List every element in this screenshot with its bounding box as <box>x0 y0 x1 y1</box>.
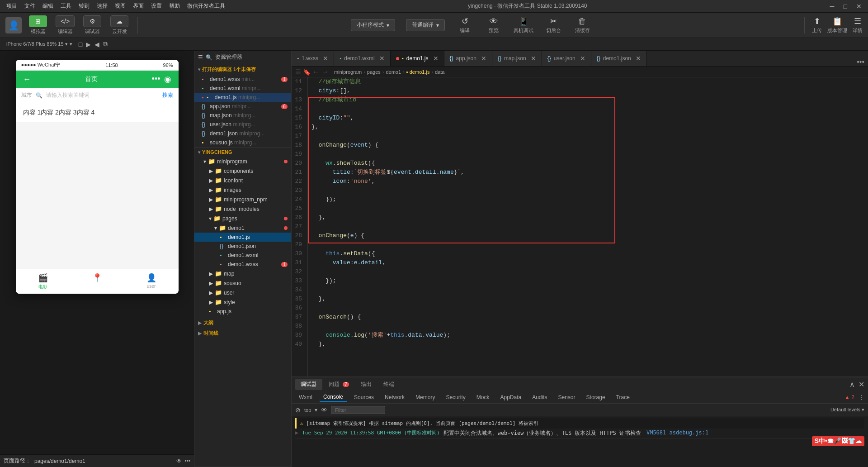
open-file-js[interactable]: ● ▪ demo1.js miniprg... <box>194 93 291 102</box>
sub-tab-sensor[interactable]: Sensor <box>555 393 579 401</box>
open-file-demo1json[interactable]: {} demo1.json miniprog... <box>194 129 291 138</box>
file-demo1js[interactable]: ▪ demo1.js <box>194 233 291 242</box>
bottom-nav-user[interactable]: 👤 user <box>124 269 179 294</box>
breadcrumb-menu-icon[interactable]: ☰ <box>295 68 301 76</box>
folder-components[interactable]: ▶ 📁 components <box>194 166 291 176</box>
tabs-more-button[interactable]: ••• <box>853 58 868 66</box>
file-demo1wxss[interactable]: ▪ demo1.wxss 1 <box>194 260 291 269</box>
editor-button[interactable]: </> 编辑器 <box>54 15 76 35</box>
code-content[interactable]: //保存城市信息 citys:[], //保存城市id cityID:"", }… <box>308 77 868 376</box>
tab-appjson[interactable]: {} app.json ✕ <box>444 51 492 66</box>
debug-link[interactable]: VM5681 asdebug.js:1 <box>646 429 708 436</box>
open-editors-header[interactable]: ▾ 打开的编辑器 1个未保存 <box>194 64 291 75</box>
menu-item-file[interactable]: 文件 <box>22 1 38 11</box>
devtools-collapse-icon[interactable]: ∧ <box>849 380 855 389</box>
minimize-button[interactable]: ─ <box>827 2 837 11</box>
breadcrumb-demo1[interactable]: demo1 <box>386 69 401 75</box>
rotate-icon[interactable]: □ <box>79 41 82 48</box>
sim-eye-icon[interactable]: 👁 <box>176 458 182 464</box>
tab-demo1js[interactable]: ▪ demo1.js ✕ <box>391 51 444 66</box>
preview-action[interactable]: 👁 预览 <box>485 17 503 34</box>
sub-tab-security[interactable]: Security <box>442 393 469 401</box>
tab-userjson[interactable]: {} user.json ✕ <box>542 51 591 66</box>
folder-map[interactable]: ▶ 📁 map <box>194 269 291 278</box>
tab-debugger[interactable]: 调试器 <box>295 379 322 390</box>
cut-background-action[interactable]: ✂ 切后台 <box>544 16 562 34</box>
folder-user[interactable]: ▶ 📁 user <box>194 288 291 297</box>
tab-mapjson[interactable]: {} map.json ✕ <box>492 51 542 66</box>
menu-item-project[interactable]: 项目 <box>4 1 20 11</box>
open-file-wxss[interactable]: ▪ demo1.wxss min... 1 <box>194 75 291 84</box>
level-select[interactable]: Default levels ▾ <box>830 407 864 413</box>
breadcrumb-forward-icon[interactable]: → <box>321 68 329 76</box>
file-appjs[interactable]: ▪ app.js <box>194 307 291 316</box>
menu-item-interface[interactable]: 界面 <box>130 1 146 11</box>
version-manage-button[interactable]: 📋 版本管理 <box>827 16 847 34</box>
breadcrumb-data[interactable]: data <box>435 69 444 75</box>
back-icon[interactable]: ◀ <box>94 41 99 48</box>
sim-more-icon[interactable]: ••• <box>184 458 190 464</box>
menu-item-tools[interactable]: 工具 <box>58 1 74 11</box>
tab-wxml[interactable]: ▪ demo1.wxml ✕ <box>334 51 391 66</box>
file-demo1wxml[interactable]: ▪ demo1.wxml <box>194 251 291 260</box>
filter-input[interactable] <box>331 406 385 414</box>
timeline-header[interactable]: ▶ 时间线 <box>194 328 291 338</box>
tab-terminal[interactable]: 终端 <box>378 379 400 390</box>
sub-tab-mock[interactable]: Mock <box>473 393 493 401</box>
project-header[interactable]: ▾ YINGCHENG <box>194 148 291 157</box>
menu-item-goto[interactable]: 转到 <box>76 1 92 11</box>
folder-miniprogram[interactable]: ▾ 📁 miniprogram <box>194 157 291 166</box>
play-icon[interactable]: ▶ <box>86 41 91 48</box>
tab-wxss[interactable]: ▪ 1.wxss ✕ <box>292 51 334 66</box>
clear-cache-action[interactable]: 🗑 清缓存 <box>573 17 591 34</box>
sub-tab-appdata[interactable]: AppData <box>496 393 525 401</box>
open-file-wxml[interactable]: ▪ demo1.wxml minipr... <box>194 84 291 93</box>
device-select[interactable]: iPhone 6/7/8 Plus 85% 15 ▾ ▾ <box>4 40 75 48</box>
sub-tab-wxml[interactable]: Wxml <box>295 393 316 401</box>
menu-item-help[interactable]: 帮助 <box>166 1 183 11</box>
bottom-nav-movie[interactable]: 🎬 电影 <box>16 269 70 294</box>
sub-tab-sources[interactable]: Sources <box>350 393 377 401</box>
menu-item-edit[interactable]: 编辑 <box>40 1 56 11</box>
menu-item-wechat[interactable]: 微信开发者工具 <box>184 1 228 11</box>
folder-demo1[interactable]: ▾ 📁 demo1 <box>194 223 291 233</box>
mode-select[interactable]: 小程序模式 ▾ <box>351 19 395 31</box>
cloud-button[interactable]: ☁ 云开发 <box>108 15 130 35</box>
real-device-action[interactable]: 📱 真机调试 <box>514 16 533 34</box>
breadcrumb-root[interactable]: miniprogram <box>334 69 362 75</box>
open-file-userjson[interactable]: {} user.json miniprg... <box>194 120 291 129</box>
console-context-dropdown[interactable]: ▾ <box>315 407 317 413</box>
sub-tab-memory[interactable]: Memory <box>412 393 439 401</box>
breadcrumb-back-icon[interactable]: ← <box>312 68 320 76</box>
simulator-button[interactable]: ⊞ 模拟器 <box>27 15 49 35</box>
nav-camera-icon[interactable]: ◉ <box>164 74 171 84</box>
menu-item-settings[interactable]: 设置 <box>148 1 165 11</box>
nav-menu-icon[interactable]: ••• <box>152 74 160 84</box>
folder-style[interactable]: ▶ 📁 style <box>194 297 291 307</box>
sub-tab-network[interactable]: Network <box>381 393 408 401</box>
folder-node-modules[interactable]: ▶ 📁 node_modules <box>194 204 291 214</box>
breadcrumb-pages[interactable]: pages <box>367 69 381 75</box>
tab-output[interactable]: 输出 <box>355 379 377 390</box>
console-clear-icon[interactable]: ⊘ <box>295 406 301 414</box>
open-file-sousuo[interactable]: ▪ sousuo.js miniprg... <box>194 138 291 147</box>
open-file-mapjson[interactable]: {} map.json miniprg... <box>194 111 291 120</box>
debugger-button[interactable]: ⚙ 调试器 <box>81 15 103 35</box>
upload-button[interactable]: ⬆ 上传 <box>812 16 822 34</box>
folder-miniprogram-npm[interactable]: ▶ 📁 miniprogram_npm <box>194 195 291 204</box>
sub-tab-storage[interactable]: Storage <box>583 393 609 401</box>
outline-header[interactable]: ▶ 大纲 <box>194 318 291 328</box>
menu-item-select[interactable]: 选择 <box>94 1 110 11</box>
code-container[interactable]: 11 12 13 14 15 16 17 18 19 20 21 22 23 2… <box>292 77 868 376</box>
sub-tab-console[interactable]: Console <box>320 393 347 402</box>
breadcrumb-bookmark-icon[interactable]: 🔖 <box>303 68 311 76</box>
file-demo1json[interactable]: {} demo1.json <box>194 242 291 251</box>
menu-item-view[interactable]: 视图 <box>112 1 128 11</box>
compile-action[interactable]: ↺ 编译 <box>456 16 474 34</box>
explorer-menu-icon[interactable]: ☰ <box>198 54 203 61</box>
expand-icon[interactable]: ▶ <box>295 429 298 436</box>
details-button[interactable]: ☰ 详情 <box>853 16 863 34</box>
devtools-close-icon[interactable]: ✕ <box>859 380 864 389</box>
sub-tab-audits[interactable]: Audits <box>528 393 551 401</box>
open-file-appjson[interactable]: {} app.json minipr... 6 <box>194 102 291 111</box>
